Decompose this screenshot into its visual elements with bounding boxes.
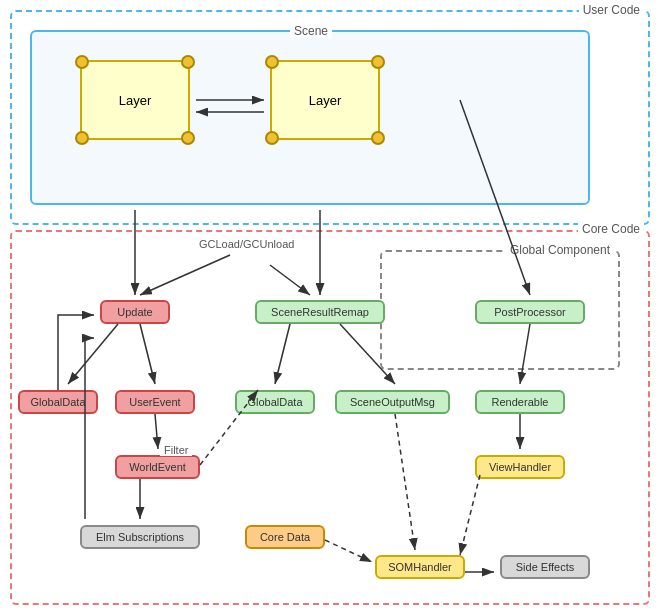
scene-result-remap-label: SceneResultRemap: [271, 306, 369, 318]
scene-output-msg-label: SceneOutputMsg: [350, 396, 435, 408]
layer1-label: Layer: [119, 93, 152, 108]
core-data-label: Core Data: [260, 531, 310, 543]
renderable-label: Renderable: [492, 396, 549, 408]
som-handler-node: SOMHandler: [375, 555, 465, 579]
core-data-node: Core Data: [245, 525, 325, 549]
renderable-node: Renderable: [475, 390, 565, 414]
view-handler-node: ViewHandler: [475, 455, 565, 479]
layer1-node: Layer: [80, 60, 190, 140]
som-handler-label: SOMHandler: [388, 561, 452, 573]
view-handler-label: ViewHandler: [489, 461, 551, 473]
user-event-node: UserEvent: [115, 390, 195, 414]
post-processor-label: PostProcessor: [494, 306, 566, 318]
side-effects-label: Side Effects: [516, 561, 575, 573]
global-component-label: Global Component: [506, 243, 614, 257]
elm-subscriptions-label: Elm Subscriptions: [96, 531, 184, 543]
update-node: Update: [100, 300, 170, 324]
global-data1-label: GlobalData: [30, 396, 85, 408]
diagram-container: User Code Core Code Scene Global Compone…: [0, 0, 664, 615]
post-processor-node: PostProcessor: [475, 300, 585, 324]
user-event-label: UserEvent: [129, 396, 180, 408]
scene-label: Scene: [290, 24, 332, 38]
layer2-node: Layer: [270, 60, 380, 140]
layer2-label: Layer: [309, 93, 342, 108]
global-data2-label: GlobalData: [247, 396, 302, 408]
user-code-label: User Code: [579, 3, 644, 17]
gcload-label: GCLoad/GCUnload: [195, 238, 298, 250]
world-event-node: WorldEvent: [115, 455, 200, 479]
core-code-label: Core Code: [578, 222, 644, 236]
side-effects-node: Side Effects: [500, 555, 590, 579]
filter-label: Filter: [160, 444, 192, 456]
elm-subscriptions-node: Elm Subscriptions: [80, 525, 200, 549]
world-event-label: WorldEvent: [129, 461, 186, 473]
global-data2-node: GlobalData: [235, 390, 315, 414]
update-label: Update: [117, 306, 152, 318]
scene-output-msg-node: SceneOutputMsg: [335, 390, 450, 414]
global-data1-node: GlobalData: [18, 390, 98, 414]
scene-result-remap-node: SceneResultRemap: [255, 300, 385, 324]
